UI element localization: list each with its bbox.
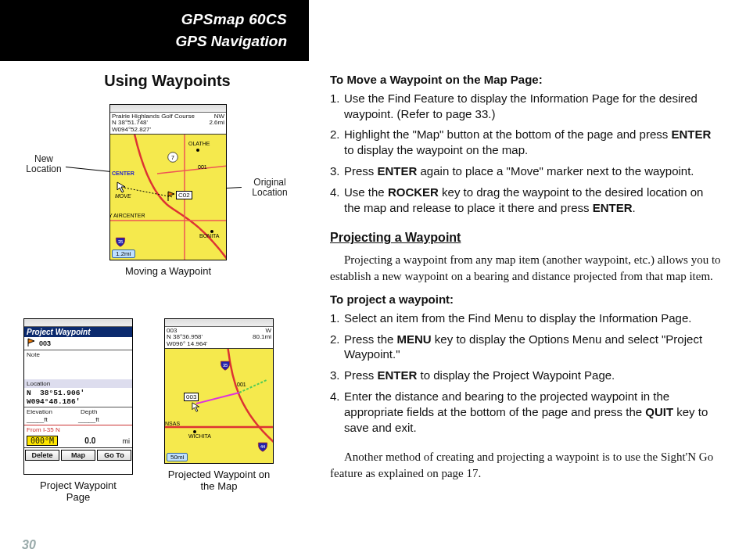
map-scale: 50mi (167, 453, 188, 461)
figure-project-waypoint-page: Project Waypoint 003 Note Location N 38°… (23, 318, 133, 503)
right-column: To Move a Waypoint on the Map Page: Use … (330, 72, 721, 489)
button-row: Delete Map Go To (24, 447, 132, 462)
status-bar (110, 105, 226, 113)
depth-label: Depth (78, 407, 132, 416)
waypoint-flag-icon (27, 338, 36, 349)
location-coords: N 38°51.906' W094°48.186' (24, 388, 132, 407)
chapter-header: GPSmap 60CS GPS Navigation (0, 0, 309, 61)
body-paragraph: Another method of creating and projectin… (330, 449, 721, 481)
map-area: 7 35 CENTER MOVE C02 (110, 135, 226, 260)
step: Press the MENU key to display the Option… (330, 332, 721, 363)
status-bar (24, 319, 132, 327)
step: Use the ROCKER key to drag the waypoint … (330, 185, 721, 216)
step: Enter the distance and bearing to the pr… (330, 389, 721, 435)
interstate-shield-35: 35 (220, 360, 231, 371)
route-001-label: 001 (198, 164, 207, 170)
procedure-heading-2: To project a waypoint: (330, 292, 721, 307)
depth-value: _____ft (78, 416, 130, 423)
svg-text:44: 44 (260, 444, 265, 449)
coord-lon: W094°52.827' (112, 127, 195, 133)
coord-lon: W096° 14.964' (167, 341, 207, 347)
section-title: GPS Navigation (0, 33, 287, 50)
step: Select an item from the Find Menu to dis… (330, 311, 721, 326)
proj-target-label: 001 (237, 382, 246, 387)
interstate-shield-44: 44 (257, 441, 268, 452)
gps-screen-moving: Prairie Highlands Golf Course N 38°51.74… (109, 104, 227, 260)
step: Press ENTER to display the Project Waypo… (330, 368, 721, 383)
elevation-label: Elevation (24, 407, 78, 416)
note-label: Note (24, 350, 132, 359)
svg-text:35: 35 (223, 363, 228, 368)
procedure-steps-2: Select an item from the Find Menu to dis… (330, 311, 721, 436)
heading-dist: 80.1mi (253, 334, 271, 340)
cursor-arrow-icon (192, 402, 203, 416)
bearing-field[interactable]: 000°M (27, 436, 58, 446)
procedure-heading-1: To Move a Waypoint on the Map Page: (330, 72, 721, 88)
device-model: GPSmap 60CS (0, 11, 287, 28)
town-nsas: NSAS (165, 421, 180, 426)
coord-lat: N 38°51.906' (27, 389, 130, 397)
figure-caption-3: Projected Waypoint on the Map (164, 468, 274, 492)
town-olathe: OLATHE (188, 141, 210, 146)
left-column: Using Waypoints New Location Original Lo… (23, 72, 311, 503)
heading-dist: 2.6mi (209, 120, 224, 126)
proj-waypoint-id: 003 (184, 393, 199, 401)
page-number: 30 (22, 538, 36, 552)
info-strip: 003 N 38°36.958' W096° 14.964' W 80.1mi (165, 327, 273, 349)
goto-button[interactable]: Go To (97, 450, 131, 461)
location-label: Location (24, 379, 132, 388)
procedure-steps-1: Use the Find Feature to display the Info… (330, 91, 721, 216)
waypoint-row: 003 (24, 337, 132, 350)
callout-original-location: Original Location (242, 178, 297, 198)
step: Use the Find Feature to display the Info… (330, 91, 721, 122)
gps-screen-project-page: Project Waypoint 003 Note Location N 38°… (23, 318, 133, 475)
from-label: From I-35 N (24, 425, 132, 434)
town-aircenter: Y AIRCENTER (109, 213, 145, 218)
map-area: 35 44 003 001 NSAS WICHITA 50mi (165, 349, 273, 463)
figure-projected-on-map: 003 N 38°36.958' W096° 14.964' W 80.1mi (164, 318, 274, 503)
step: Highlight the "Map" button at the bottom… (330, 127, 721, 158)
delete-button[interactable]: Delete (25, 450, 59, 461)
map-scale: 1.2mi (112, 249, 135, 258)
figure-caption-1: Moving a Waypoint (109, 265, 227, 277)
drag-path (110, 135, 227, 260)
town-wichita: WICHITA (188, 433, 211, 439)
elevation-value: _____ft (27, 416, 78, 423)
coord-lon: W094°48.186' (27, 397, 130, 406)
distance-unit: mi (123, 437, 131, 445)
step: Press ENTER again to place a "Move" mark… (330, 163, 721, 179)
page-title: Using Waypoints (66, 72, 269, 90)
subsection-heading: Projecting a Waypoint (330, 229, 721, 246)
panel-title: Project Waypoint (24, 327, 132, 337)
body-paragraph: Projecting a waypoint from any map item … (330, 252, 721, 284)
figure-row-2: Project Waypoint 003 Note Location N 38°… (23, 318, 311, 503)
status-bar (165, 319, 273, 327)
waypoint-id: 003 (39, 339, 51, 347)
figure-moving-waypoint: New Location Original Location Prairie H… (23, 104, 311, 289)
info-strip: Prairie Highlands Golf Course N 38°51.74… (110, 113, 226, 135)
distance-field[interactable]: 0.0 (60, 436, 120, 445)
town-bonita: BONITA (199, 233, 220, 239)
callout-new-location: New Location (20, 154, 67, 174)
map-button[interactable]: Map (61, 450, 95, 461)
gps-screen-projected-map: 003 N 38°36.958' W096° 14.964' W 80.1mi (164, 318, 274, 464)
figure-caption-2: Project Waypoint Page (23, 479, 133, 503)
